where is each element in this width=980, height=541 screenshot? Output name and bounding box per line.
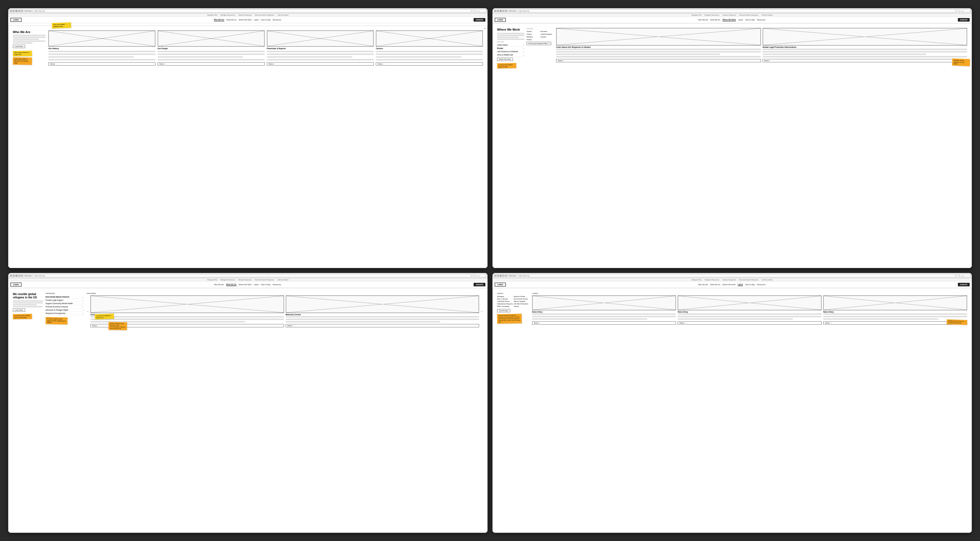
nav2-what-we-do[interactable]: What We Do xyxy=(710,19,720,21)
forward-btn-2[interactable]: → xyxy=(497,10,499,12)
region-europe[interactable]: Europe → xyxy=(497,47,524,50)
reload-btn[interactable]: ↻ xyxy=(15,10,18,12)
forward-btn-3[interactable]: → xyxy=(13,275,15,277)
priority-legal[interactable]: Provide Legal Support → xyxy=(46,299,84,302)
nav2-who-we-are[interactable]: Who We Are xyxy=(698,19,708,21)
forward-btn-4[interactable]: → xyxy=(497,275,499,277)
search-bar-4[interactable]: 🔍 search xyxy=(956,274,970,277)
nav3-resources[interactable]: Resources xyxy=(273,283,281,285)
ukraine-button[interactable]: Button → xyxy=(556,59,761,62)
utility-nav-item-faq[interactable]: Refugee FAQ xyxy=(207,14,217,16)
nav3-who-we-are[interactable]: Who We Are xyxy=(214,283,224,285)
nav-what-we-do[interactable]: What We Do xyxy=(226,19,237,21)
utility-nav4-hotline[interactable]: Call the Hotline xyxy=(762,279,773,281)
region-africa[interactable]: Africa & Middle East → xyxy=(497,53,524,57)
news-story-3-button[interactable]: Button → xyxy=(823,321,967,325)
utility-nav-item-records[interactable]: Records Search Requests xyxy=(255,14,274,16)
nav-who-we-are[interactable]: Who We Are xyxy=(214,19,224,21)
nav3-latest[interactable]: Latest xyxy=(254,283,259,285)
close-btn-3[interactable] xyxy=(18,275,20,277)
careers-button[interactable]: Button → xyxy=(376,62,483,65)
utility-nav-item-resources[interactable]: Refugee Resources xyxy=(220,14,235,16)
learn-more-button-3[interactable]: Learn More xyxy=(13,309,25,312)
utility-nav3-ukraine[interactable]: Ukraine Response xyxy=(238,279,251,281)
utility-nav-item-ukraine[interactable]: Ukraine Response xyxy=(238,14,251,16)
home-btn-2[interactable] xyxy=(505,10,507,12)
news-story-2-button[interactable]: Button → xyxy=(678,321,822,325)
nav-resources[interactable]: Resources xyxy=(273,19,281,21)
topic-lgbtqia[interactable]: LGBTQIA Stories xyxy=(497,300,514,302)
utility-nav2-records[interactable]: Records Search Requests xyxy=(739,14,759,16)
close-btn-4[interactable] xyxy=(502,275,504,277)
nav3-how-to-help[interactable]: How to Help xyxy=(261,283,270,285)
financials-button[interactable]: Button → xyxy=(267,62,374,65)
nav4-where-we-work[interactable]: Where We Work xyxy=(722,283,735,285)
utility-nav4-resources[interactable]: Refugee Resources xyxy=(705,279,719,281)
utility-nav3-records[interactable]: Records Search Requests xyxy=(255,279,274,281)
topic-life-after[interactable]: Life After Relocation xyxy=(514,303,530,305)
nav3-where-we-work[interactable]: Where We Work xyxy=(239,283,251,285)
topic-greece[interactable]: Greece xyxy=(514,305,530,307)
hias-europe-button[interactable]: HIAS Europe Regional Office ↗ xyxy=(527,42,551,45)
nav4-latest[interactable]: Latest xyxy=(738,283,743,286)
topic-refugees[interactable]: Refugees xyxy=(497,295,514,298)
news-story-1-button[interactable]: Button → xyxy=(532,321,676,325)
nav3-what-we-do[interactable]: What We Do xyxy=(226,283,237,286)
nav2-resources[interactable]: Resources xyxy=(757,19,765,21)
carousel-next[interactable]: → xyxy=(480,310,483,313)
utility-nav2-hotline[interactable]: Call the Hotline xyxy=(762,14,773,16)
reload-btn-4[interactable]: ↻ xyxy=(500,275,502,277)
region-us[interactable]: United States → xyxy=(497,43,524,47)
reload-btn-2[interactable]: ↻ xyxy=(500,10,502,12)
back-btn-3[interactable]: ← xyxy=(10,275,12,277)
utility-nav2-faq[interactable]: Refugee FAQ xyxy=(692,14,702,16)
see-all-button[interactable]: See All Latest xyxy=(497,309,510,312)
nav4-how-to-help[interactable]: How to Help xyxy=(745,283,755,285)
back-btn-2[interactable]: ← xyxy=(494,10,496,12)
topic-host-family[interactable]: Host Family Stories xyxy=(514,298,530,300)
forward-btn[interactable]: → xyxy=(13,10,15,12)
utility-nav2-resources[interactable]: Refugee Resources xyxy=(705,14,719,16)
our-people-button[interactable]: Button → xyxy=(158,62,265,65)
priority-refugee-rights[interactable]: Advocate for Refugee Rights → xyxy=(46,309,84,312)
nav-latest[interactable]: Latest xyxy=(254,19,259,21)
utility-nav3-faq[interactable]: Refugee FAQ xyxy=(207,279,217,281)
back-btn[interactable]: ← xyxy=(10,10,12,12)
utility-nav3-hotline[interactable]: Call the Hotline xyxy=(277,279,289,281)
learn-more-button[interactable]: Learn More xyxy=(13,45,25,48)
address-bar-3[interactable]: https://hias.org xyxy=(33,274,471,277)
address-bar-2[interactable]: https://hias.org xyxy=(517,10,955,12)
utility-nav4-faq[interactable]: Refugee FAQ xyxy=(692,279,702,281)
utility-nav-item-hotline[interactable]: Call the Hotline xyxy=(277,14,289,16)
topic-afghanistan[interactable]: Afghanistan Respons xyxy=(497,303,514,305)
donate-button-4[interactable]: DONATE xyxy=(958,283,970,286)
close-icon[interactable]: × xyxy=(484,27,486,30)
nav4-who-we-are[interactable]: Who We Are xyxy=(698,283,708,285)
utility-nav3-resources[interactable]: Refugee Resources xyxy=(220,279,235,281)
topic-sponsor-stories[interactable]: Sponsor Stories xyxy=(514,295,530,298)
topic-war-ukraine[interactable]: War in Ukraine xyxy=(497,298,514,300)
where-we-work-btn[interactable]: Where We Work xyxy=(497,58,513,61)
priority-gbv[interactable]: End Gender-Based Violence → xyxy=(46,295,84,299)
home-btn-3[interactable] xyxy=(21,275,23,277)
address-bar[interactable]: https://hias.org xyxy=(33,10,471,12)
topic-title42[interactable]: Title 42 Updates xyxy=(514,300,530,302)
close-btn[interactable] xyxy=(18,10,20,12)
welcome-circles-button[interactable]: Button → xyxy=(286,324,479,327)
donate-button-3[interactable]: DONATE xyxy=(474,283,485,286)
nav4-what-we-do[interactable]: What We Do xyxy=(710,283,721,285)
nav-how-to-help[interactable]: How to Help xyxy=(261,19,270,21)
search-bar-3[interactable]: 🔍 search xyxy=(472,274,486,277)
reload-btn-3[interactable]: ↻ xyxy=(15,275,18,277)
search-bar[interactable]: 🔍 search xyxy=(472,9,486,12)
nav4-resources[interactable]: Resources xyxy=(757,283,765,285)
nav-where-we-work[interactable]: Where We Work xyxy=(239,19,251,21)
search-bar-2[interactable]: 🔍 search xyxy=(956,9,970,12)
donate-button[interactable]: DONATE xyxy=(474,18,485,22)
home-btn-4[interactable] xyxy=(505,275,507,277)
nav2-where-we-work[interactable]: Where We Work xyxy=(722,19,736,21)
back-btn-4[interactable]: ← xyxy=(494,275,496,277)
nav2-latest[interactable]: Latest xyxy=(738,19,743,21)
legal-protection-button[interactable]: Button → xyxy=(763,59,967,62)
region-latam[interactable]: Latin America & Caribbean → xyxy=(497,50,524,53)
